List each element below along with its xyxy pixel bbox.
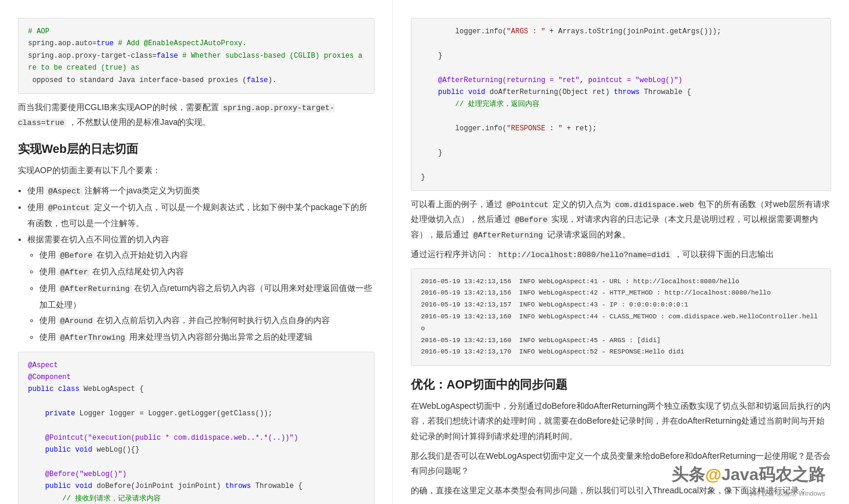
list-item-1: 使用 @Aspect 注解将一个java类定义为切面类 [27, 183, 374, 199]
config-code-block: # AOP spring.aop.auto=true # Add @Enable… [18, 18, 374, 94]
left-panel: # AOP spring.aop.auto=true # Add @Enable… [0, 0, 393, 504]
section1-title: 实现Web层的日志切面 [18, 141, 374, 157]
para2: 在WebLogAspect切面中，分别通过doBefore和doAfterRet… [411, 399, 831, 444]
sub-item-afterreturning: 使用 @AfterReturning 在切入点return内容之后切入内容（可以… [39, 280, 374, 312]
aspect-code-block: @Aspect @Component public class WebLogAs… [18, 352, 374, 504]
para1: 而当我们需要使用CGLIB来实现AOP的时候，需要配置 spring.aop.p… [18, 100, 374, 130]
right-panel: logger.info("ARGS : " + Arrays.toString(… [393, 0, 849, 504]
para-run: 通过运行程序并访问： http://localhost:8080/hello?n… [411, 247, 831, 262]
sub-item-around: 使用 @Around 在切入点前后切入内容，并自己控制何时执行切入点自身的内容 [39, 312, 374, 329]
list-item-3: 根据需要在切入点不同位置的切入内容 使用 @Before 在切入点开始处切入内容… [27, 231, 374, 346]
sub-item-afterthrowing: 使用 @AfterThrowing 用来处理当切入内容部分抛出异常之后的处理逻辑 [39, 329, 374, 346]
section2-title: 优化：AOP切面中的同步问题 [411, 377, 831, 393]
para3: 那么我们是否可以在WebLogAspect切面中定义一个成员变量来给doBefo… [411, 449, 831, 478]
sub-item-before: 使用 @Before 在切入点开始处切入内容 [39, 247, 374, 264]
section1-intro: 实现AOP的切面主要有以下几个要素： [18, 163, 374, 178]
list-item-2: 使用 @Pointcut 定义一个切入点，可以是一个规则表达式，比如下例中某个p… [27, 199, 374, 231]
para-aop: 可以看上面的例子，通过 @Pointcut 定义的切入点为 com.didisp… [411, 197, 831, 242]
right-top-code-block: logger.info("ARGS : " + Arrays.toString(… [411, 18, 831, 191]
log-block: 2016-05-19 13:42:13,156 INFO WebLogAspec… [411, 268, 831, 367]
para4: 的确，直接在这里定义基本类型会有同步问题，所以我们可以引入ThreadLocal… [411, 483, 831, 498]
sub-item-after: 使用 @After 在切入点结尾处切入内容 [39, 264, 374, 280]
sub-list: 使用 @Before 在切入点开始处切入内容 使用 @After 在切入点结尾处… [39, 247, 374, 345]
main-list: 使用 @Aspect 注解将一个java类定义为切面类 使用 @Pointcut… [27, 183, 374, 346]
